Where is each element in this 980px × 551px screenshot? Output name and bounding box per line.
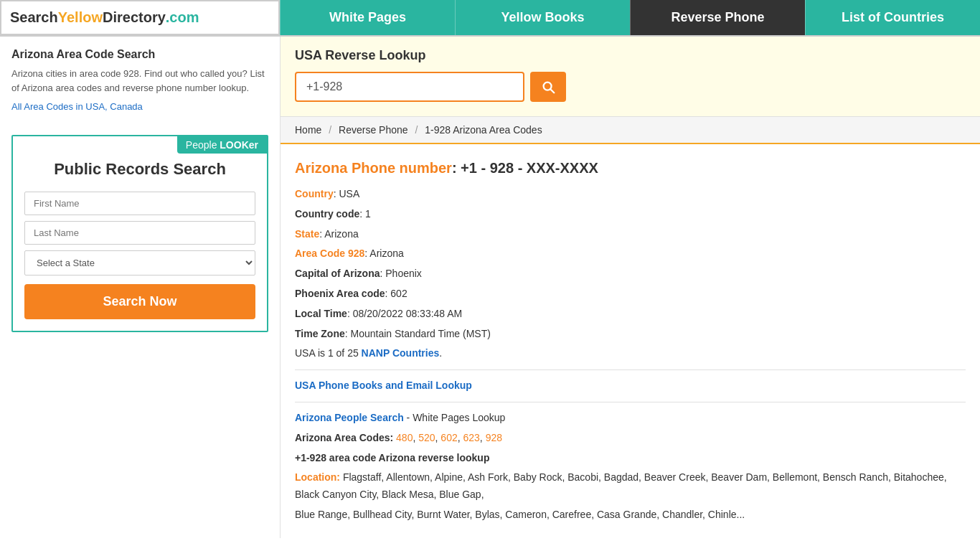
- breadcrumb: Home / Reverse Phone / 1-928 Arizona Are…: [281, 117, 980, 144]
- breadcrumb-sep-1: /: [329, 124, 331, 136]
- reverse-lookup-row: +1-928 area code Arizona reverse lookup: [295, 450, 966, 467]
- country-code-row: Country code: 1: [295, 206, 966, 223]
- badge-people: People: [186, 139, 217, 151]
- lookup-row: [295, 72, 966, 102]
- local-time-row: Local Time: 08/20/2022 08:33:48 AM: [295, 306, 966, 323]
- phone-heading: Arizona Phone number: +1 - 928 - XXX-XXX…: [295, 156, 966, 180]
- sidebar-description: Arizona cities in area code 928. Find ou…: [11, 67, 268, 95]
- state-select[interactable]: Select a State Alabama Alaska Arizona Ar…: [24, 250, 255, 276]
- phone-input[interactable]: [295, 72, 524, 102]
- main-layout: Arizona Area Code Search Arizona cities …: [0, 37, 980, 538]
- first-name-input[interactable]: [24, 192, 255, 215]
- location-row: Location: Flagstaff, Allentown, Alpine, …: [295, 469, 966, 504]
- local-time-value: 08/20/2022 08:33:48 AM: [353, 308, 463, 319]
- state-value: Arizona: [324, 228, 358, 240]
- local-time-colon: :: [347, 308, 353, 319]
- phoenix-area-row: Phoenix Area code: 602: [295, 286, 966, 303]
- people-looker-widget: People LOOKer Public Records Search Sele…: [11, 135, 268, 332]
- breadcrumb-home[interactable]: Home: [295, 124, 321, 136]
- lookup-title: USA Reverse Lookup: [295, 48, 966, 63]
- usa-phone-row: USA Phone Books and Email Lookup: [295, 377, 966, 395]
- area-code-602[interactable]: 602: [440, 432, 457, 443]
- area-codes-label: Arizona Area Codes:: [295, 432, 396, 443]
- info-content: Arizona Phone number: +1 - 928 - XXX-XXX…: [281, 144, 980, 538]
- breadcrumb-current: 1-928 Arizona Area Codes: [425, 124, 542, 136]
- location-label: Location:: [295, 471, 340, 483]
- time-zone-label: Time Zone: [295, 328, 345, 339]
- area-codes-row: Arizona Area Codes: 480, 520, 602, 623, …: [295, 430, 966, 447]
- country-value: USA: [339, 188, 359, 199]
- country-code-colon: :: [359, 208, 365, 220]
- state-row: State: Arizona: [295, 226, 966, 243]
- area-codes-link[interactable]: All Area Codes in USA, Canada: [11, 101, 143, 112]
- search-now-button[interactable]: Search Now: [24, 284, 255, 319]
- sidebar: Arizona Area Code Search Arizona cities …: [0, 37, 280, 538]
- arizona-people-row: Arizona People Search - White Pages Look…: [295, 410, 966, 427]
- logo-area[interactable]: SearchYellowDirectory.com: [0, 0, 280, 35]
- area-code-480[interactable]: 480: [396, 432, 413, 443]
- area-code-row: Area Code 928: Arizona: [295, 245, 966, 263]
- capital-row: Capital of Arizona: Phoenix: [295, 265, 966, 283]
- area-code-label: Area Code 928: [295, 248, 364, 259]
- breadcrumb-sep-2: /: [415, 124, 418, 136]
- reverse-lookup-text: +1-928 area code Arizona reverse lookup: [295, 452, 489, 463]
- sidebar-title: Arizona Area Code Search: [11, 48, 268, 61]
- usa-phone-link[interactable]: USA Phone Books and Email Lookup: [295, 380, 472, 391]
- time-zone-colon: :: [345, 328, 351, 339]
- last-name-input[interactable]: [24, 221, 255, 245]
- content-area: USA Reverse Lookup Home / Reverse Phone …: [280, 37, 980, 538]
- nav-white-pages[interactable]: White Pages: [280, 0, 455, 35]
- location-row-2: Blue Range, Bullhead City, Burnt Water, …: [295, 507, 966, 524]
- logo-dot-com: .com: [166, 9, 199, 26]
- white-pages-suffix: - White Pages Lookup: [404, 412, 506, 423]
- nav-yellow-books[interactable]: Yellow Books: [455, 0, 630, 35]
- phone-heading-value: : +1 - 928 - XXX-XXXX: [452, 160, 598, 176]
- sidebar-top: Arizona Area Code Search Arizona cities …: [0, 37, 280, 123]
- header: SearchYellowDirectory.com White Pages Ye…: [0, 0, 980, 37]
- phone-heading-label: Arizona Phone number: [295, 160, 452, 176]
- phoenix-area-value: 602: [390, 288, 407, 299]
- area-code-623[interactable]: 623: [463, 432, 480, 443]
- location-text-2: Blue Range, Bullhead City, Burnt Water, …: [295, 509, 745, 520]
- search-icon: [540, 79, 556, 95]
- nav-reverse-phone[interactable]: Reverse Phone: [630, 0, 805, 35]
- nanp-text-2: .: [439, 347, 442, 359]
- logo-search: Search: [10, 9, 58, 26]
- time-zone-row: Time Zone: Mountain Standard Time (MST): [295, 326, 966, 343]
- country-row: Country: USA: [295, 186, 966, 203]
- country-code-label: Country code: [295, 208, 359, 220]
- people-looker-badge-inner: People LOOKer: [177, 136, 267, 154]
- lookup-box: USA Reverse Lookup: [281, 37, 980, 117]
- logo-directory: Directory: [103, 9, 166, 26]
- badge-looker: LOOKer: [220, 139, 258, 151]
- area-code-520[interactable]: 520: [418, 432, 435, 443]
- divider-1: [295, 369, 966, 370]
- phone-search-button[interactable]: [530, 72, 566, 102]
- logo-yellow: Yellow: [58, 9, 103, 26]
- people-looker-badge: People LOOKer: [13, 136, 267, 154]
- widget-fields: Select a State Alabama Alaska Arizona Ar…: [13, 192, 267, 319]
- local-time-label: Local Time: [295, 308, 347, 319]
- arizona-people-link[interactable]: Arizona People Search: [295, 412, 404, 423]
- breadcrumb-reverse-phone[interactable]: Reverse Phone: [339, 124, 408, 136]
- nanp-text-1: USA is 1 of 25: [295, 347, 362, 359]
- divider-2: [295, 402, 966, 402]
- area-code-928[interactable]: 928: [486, 432, 502, 443]
- area-code-value: Arizona: [369, 248, 403, 259]
- nav-list-of-countries[interactable]: List of Countries: [805, 0, 980, 35]
- nanp-link[interactable]: NANP Countries: [362, 347, 440, 359]
- nanp-row: USA is 1 of 25 NANP Countries.: [295, 345, 966, 362]
- capital-label: Capital of Arizona: [295, 268, 380, 279]
- country-label: Country: [295, 188, 334, 199]
- phoenix-area-label: Phoenix Area code: [295, 288, 385, 299]
- country-code-value: 1: [365, 208, 371, 220]
- capital-value: Phoenix: [385, 268, 422, 279]
- location-text: Flagstaff, Allentown, Alpine, Ash Fork, …: [295, 471, 947, 500]
- time-zone-value: Mountain Standard Time (MST): [351, 328, 491, 339]
- widget-title: Public Records Search: [13, 154, 267, 192]
- state-label: State: [295, 228, 319, 240]
